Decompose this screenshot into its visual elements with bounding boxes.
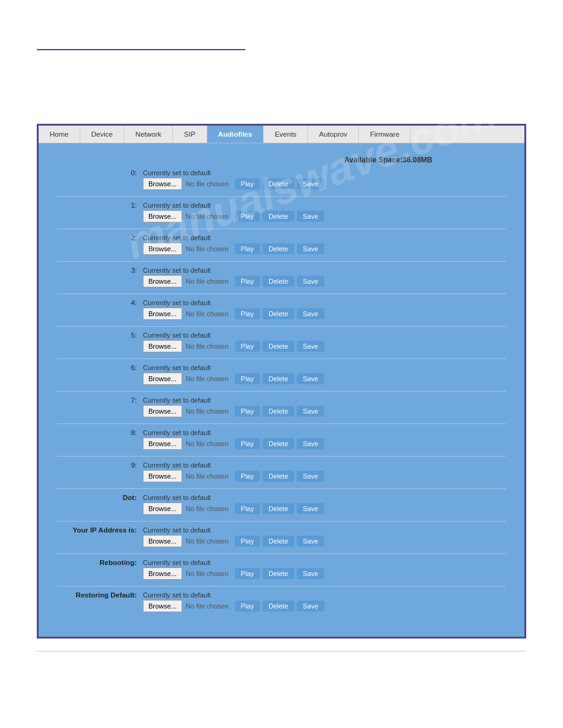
nav-item-device[interactable]: Device [80,126,124,143]
delete-button-3[interactable]: Delete [262,276,294,287]
play-button-2[interactable]: Play [235,243,260,254]
audio-row-info-dot: Dot:Currently set to default [57,494,506,501]
browse-button-5[interactable]: Browse... [143,340,182,352]
row-label-1: 1: [57,202,143,209]
browse-button-1[interactable]: Browse... [143,210,182,222]
play-button-restoring[interactable]: Play [235,601,260,612]
delete-button-0[interactable]: Delete [262,178,294,189]
play-button-9[interactable]: Play [235,471,260,482]
nav-item-autoprov[interactable]: Autoprov [308,126,359,143]
save-button-dot[interactable]: Save [297,503,324,514]
delete-button-ip[interactable]: Delete [262,536,294,547]
delete-button-5[interactable]: Delete [262,341,294,352]
delete-button-4[interactable]: Delete [262,308,294,319]
browse-button-2[interactable]: Browse... [143,243,182,255]
audio-row-info-8: 8:Currently set to default [57,429,506,436]
play-button-5[interactable]: Play [235,341,260,352]
delete-button-restoring[interactable]: Delete [262,601,294,612]
save-button-8[interactable]: Save [297,438,324,449]
browse-button-3[interactable]: Browse... [143,275,182,287]
row-label-7: 7: [57,396,143,404]
play-button-ip[interactable]: Play [235,536,260,547]
currently-set-1: Currently set to default [143,202,211,209]
save-button-1[interactable]: Save [297,211,324,222]
save-button-3[interactable]: Save [297,276,324,287]
nav-item-audiofiles[interactable]: Audiofiles [207,126,264,143]
no-file-text-7: No file chosen [186,408,229,415]
play-button-dot[interactable]: Play [235,503,260,514]
row-label-3: 3: [57,267,143,274]
browse-button-8[interactable]: Browse... [143,438,182,450]
row-label-4: 4: [57,299,143,306]
nav-item-events[interactable]: Events [264,126,308,143]
browse-button-9[interactable]: Browse... [143,470,182,482]
save-button-9[interactable]: Save [297,471,324,482]
audio-row-info-3: 3:Currently set to default [57,267,506,274]
play-button-8[interactable]: Play [235,438,260,449]
nav-item-sip[interactable]: SIP [173,126,207,143]
no-file-text-dot: No file chosen [186,505,229,512]
nav-bar: HomeDeviceNetworkSIPAudiofilesEventsAuto… [39,126,524,143]
browse-button-ip[interactable]: Browse... [143,535,182,547]
browse-button-0[interactable]: Browse... [143,178,182,190]
available-space-value: 36.08MB [402,156,432,164]
nav-item-home[interactable]: Home [39,126,80,143]
no-file-text-5: No file chosen [186,343,229,350]
audio-row-0: 0:Currently set to defaultBrowse...No fi… [57,169,506,199]
audio-row-controls-ip: Browse...No file chosenPlayDeleteSave [143,535,506,547]
row-label-5: 5: [57,332,143,339]
currently-set-5: Currently set to default [143,332,211,339]
delete-button-dot[interactable]: Delete [262,503,294,514]
audio-row-7: 7:Currently set to defaultBrowse...No fi… [57,396,506,427]
audio-row-1: 1:Currently set to defaultBrowse...No fi… [57,202,506,232]
divider-7 [57,423,506,424]
play-button-3[interactable]: Play [235,276,260,287]
nav-item-firmware[interactable]: Firmware [359,126,411,143]
save-button-7[interactable]: Save [297,406,324,417]
browse-button-restoring[interactable]: Browse... [143,600,182,612]
save-button-0[interactable]: Save [297,178,324,189]
no-file-text-6: No file chosen [186,375,229,382]
save-button-rebooting[interactable]: Save [297,568,324,579]
delete-button-1[interactable]: Delete [262,211,294,222]
top-line [37,49,245,50]
divider-ip [57,553,506,554]
currently-set-dot: Currently set to default [143,494,211,501]
delete-button-rebooting[interactable]: Delete [262,568,294,579]
audio-row-dot: Dot:Currently set to defaultBrowse...No … [57,494,506,524]
divider-5 [57,358,506,359]
audio-row-controls-8: Browse...No file chosenPlayDeleteSave [143,438,506,450]
audio-row-info-9: 9:Currently set to default [57,461,506,469]
no-file-text-restoring: No file chosen [186,602,229,610]
play-button-4[interactable]: Play [235,308,260,319]
save-button-4[interactable]: Save [297,308,324,319]
play-button-rebooting[interactable]: Play [235,568,260,579]
save-button-ip[interactable]: Save [297,536,324,547]
delete-button-8[interactable]: Delete [262,438,294,449]
browse-button-rebooting[interactable]: Browse... [143,567,182,580]
audio-row-info-rebooting: Rebooting:Currently set to default [57,559,506,566]
row-label-2: 2: [57,234,143,241]
play-button-6[interactable]: Play [235,373,260,384]
browse-button-dot[interactable]: Browse... [143,502,182,515]
delete-button-6[interactable]: Delete [262,373,294,384]
delete-button-9[interactable]: Delete [262,471,294,482]
play-button-7[interactable]: Play [235,406,260,417]
delete-button-2[interactable]: Delete [262,243,294,254]
row-label-restoring: Restoring Default: [57,591,143,599]
save-button-5[interactable]: Save [297,341,324,352]
delete-button-7[interactable]: Delete [262,406,294,417]
audio-row-info-0: 0:Currently set to default [57,169,506,176]
currently-set-3: Currently set to default [143,267,211,274]
browse-button-7[interactable]: Browse... [143,405,182,417]
nav-item-network[interactable]: Network [124,126,173,143]
browse-button-6[interactable]: Browse... [143,373,182,385]
save-button-restoring[interactable]: Save [297,601,324,612]
bottom-line [37,651,526,651]
browse-button-4[interactable]: Browse... [143,308,182,320]
save-button-6[interactable]: Save [297,373,324,384]
row-label-9: 9: [57,461,143,469]
play-button-1[interactable]: Play [235,211,260,222]
play-button-0[interactable]: Play [235,178,260,189]
save-button-2[interactable]: Save [297,243,324,254]
